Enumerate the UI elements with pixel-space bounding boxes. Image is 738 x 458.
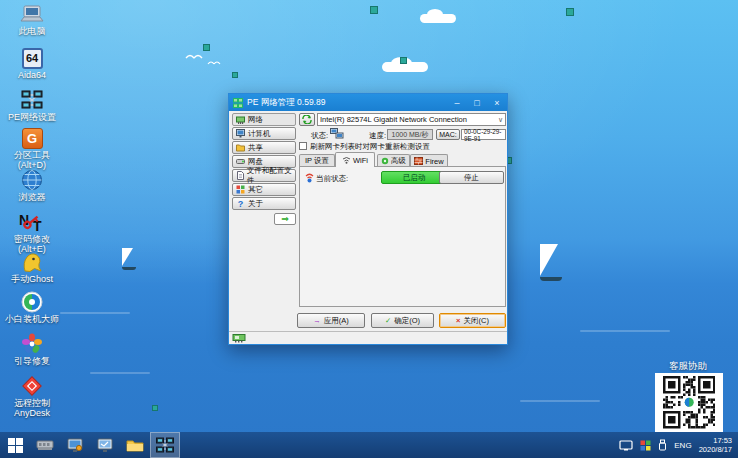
icon-label: 此电脑: [3, 26, 61, 36]
aida64-icon: 64: [3, 46, 61, 70]
firewall-icon: [414, 157, 423, 165]
network-nodes-icon: [3, 88, 61, 112]
sailboat: [540, 244, 562, 281]
sidebar-label: 关于: [248, 199, 263, 209]
desktop-icon-xiaobai[interactable]: 小白装机大师: [3, 290, 61, 324]
icon-label: 远程控制AnyDesk: [3, 398, 61, 419]
sidebar-label: 网络: [248, 115, 263, 125]
flower-icon: [3, 332, 61, 356]
renew-checkbox[interactable]: [299, 142, 307, 150]
close-x-icon: ×: [456, 316, 460, 325]
mac-value-field[interactable]: 00-0C-29-29-9E-91: [461, 129, 506, 140]
desktop-icon-boot-repair[interactable]: 引导修复: [3, 332, 61, 366]
check-icon: ✓: [385, 316, 391, 325]
usb-icon[interactable]: [658, 439, 667, 451]
renew-checkbox-label[interactable]: 刷新网卡列表时对网卡重新检测设置: [310, 142, 430, 152]
start-button[interactable]: [0, 432, 30, 458]
taskbar-item-remote-display-tool[interactable]: [90, 432, 120, 458]
apply-arrow-icon: →: [313, 316, 321, 325]
desktop-icon-pe-network-settings[interactable]: PE网络设置: [3, 88, 61, 122]
taskbar-item-file-explorer[interactable]: [120, 432, 150, 458]
desktop-icon-partition-tool[interactable]: G 分区工具(Alt+D): [3, 126, 61, 171]
current-status-label: 当前状态:: [316, 174, 348, 184]
color-grid-icon[interactable]: [640, 440, 651, 451]
icon-label: 引导修复: [3, 356, 61, 366]
sidebar-item-network[interactable]: 网络: [232, 113, 296, 126]
close-button[interactable]: × 关闭(C): [439, 313, 506, 328]
adapter-select[interactable]: Intel(R) 82574L Gigabit Network Connecti…: [317, 113, 506, 126]
wave: [520, 400, 600, 402]
speed-label: 速度:: [369, 131, 386, 141]
status-label: 状态:: [311, 131, 328, 141]
refresh-icon: [302, 115, 312, 124]
taskbar-clock[interactable]: 17:53 2020/8/17: [699, 436, 732, 455]
display-key-icon: [67, 438, 84, 453]
file-icon: [236, 171, 244, 180]
sidebar-label: 计算机: [248, 129, 271, 139]
sidebar-label: 共享: [248, 143, 263, 153]
qr-caption: 客服协助: [652, 360, 724, 373]
ghost-icon: [3, 250, 61, 274]
taskbar: ENG 17:53 2020/8/17: [0, 432, 738, 458]
folder-share-icon: [236, 143, 245, 152]
laptop-icon: [3, 2, 61, 26]
close-window-button[interactable]: ×: [487, 94, 507, 111]
desktop-icon-ghost[interactable]: 手动Ghost: [3, 250, 61, 284]
sidebar-item-other[interactable]: 其它: [232, 183, 296, 196]
diskgenius-icon: G: [3, 126, 61, 150]
pe-network-manager-window: PE 网络管理 0.59.89 – □ × 网络 计算机 共享 网盘 文件和配置…: [228, 93, 508, 345]
speed-value-field: 1000 MB/秒: [387, 129, 433, 140]
display-tray-icon[interactable]: [619, 440, 633, 451]
maximize-button[interactable]: □: [467, 94, 487, 111]
kite-square: [203, 44, 210, 51]
icon-label: PE网络设置: [3, 112, 61, 122]
wave: [90, 372, 150, 374]
sidebar-label: 其它: [248, 185, 263, 195]
taskbar-item-display-tool[interactable]: [60, 432, 90, 458]
xiaobai-icon: [3, 290, 61, 314]
language-indicator[interactable]: ENG: [674, 441, 691, 450]
ok-button[interactable]: ✓ 确定(O): [371, 313, 434, 328]
globe-icon: [3, 168, 61, 192]
window-title: PE 网络管理 0.59.89: [247, 97, 325, 109]
wifi-stop-button[interactable]: 停止: [439, 171, 504, 184]
sidebar-item-about[interactable]: ? 关于: [232, 197, 296, 210]
gear-icon: [381, 157, 389, 165]
refresh-adapter-button[interactable]: [299, 113, 315, 126]
wave: [580, 330, 670, 332]
apply-button[interactable]: → 应用(A): [297, 313, 365, 328]
desktop-icon-browser[interactable]: 浏览器: [3, 168, 61, 202]
next-arrow-button[interactable]: ⇒: [274, 213, 296, 225]
minimize-button[interactable]: –: [447, 94, 467, 111]
display-blue-icon: [97, 438, 114, 453]
wifi-status-icon: [304, 172, 314, 183]
window-titlebar[interactable]: PE 网络管理 0.59.89 – □ ×: [229, 94, 507, 111]
ram-icon: [36, 439, 54, 451]
nt-key-icon: N T: [3, 210, 61, 234]
taskbar-item-network-manager[interactable]: [150, 432, 180, 458]
kite-square: [400, 57, 407, 64]
question-icon: ?: [236, 199, 245, 209]
taskbar-item-memory-tool[interactable]: [30, 432, 60, 458]
desktop-icon-aida64[interactable]: 64 Aida64: [3, 46, 61, 80]
sailboat: [122, 248, 136, 270]
sidebar-item-files-profiles[interactable]: 文件和配置文件: [232, 169, 296, 182]
anydesk-icon: [3, 374, 61, 398]
tab-wifi[interactable]: WiFi: [335, 152, 375, 167]
grid-icon: [236, 185, 245, 194]
clock-time: 17:53: [699, 436, 732, 445]
dialog-statusbar: [229, 331, 507, 344]
sidebar-item-shares[interactable]: 共享: [232, 141, 296, 154]
sidebar-item-computer[interactable]: 计算机: [232, 127, 296, 140]
nic-icon: [236, 115, 245, 124]
app-icon: [233, 98, 243, 108]
icon-label: 手动Ghost: [3, 274, 61, 284]
nic-status-icon: [232, 333, 247, 343]
link-status-icon: [330, 128, 344, 139]
desktop-icon-password-edit[interactable]: N T 密码修改(Alt+E): [3, 210, 61, 255]
desktop-icon-anydesk[interactable]: 远程控制AnyDesk: [3, 374, 61, 419]
desktop-icon-this-pc[interactable]: 此电脑: [3, 2, 61, 36]
wifi-started-button[interactable]: 已启动: [381, 171, 447, 184]
windows-logo-icon: [8, 438, 23, 453]
mac-button[interactable]: MAC:: [436, 129, 460, 140]
